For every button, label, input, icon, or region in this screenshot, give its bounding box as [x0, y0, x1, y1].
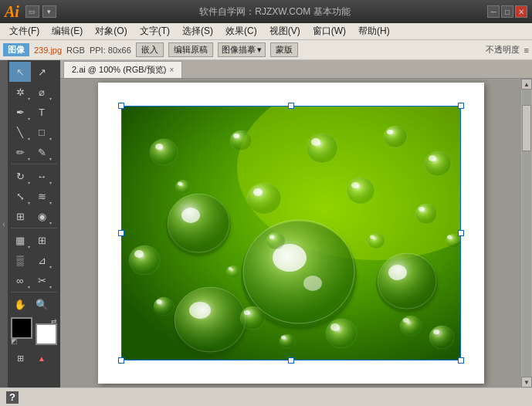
svg-point-29 [415, 204, 437, 224]
tool-free-transform-button[interactable]: ⊞ [9, 206, 31, 226]
svg-point-43 [368, 233, 385, 249]
menu-item-f[interactable]: 文件(F) [3, 23, 46, 39]
svg-point-48 [403, 318, 409, 323]
tool-warp-button[interactable]: ≋▾ [31, 186, 53, 206]
tool-sub-arrow: ▾ [28, 136, 30, 141]
svg-point-3 [243, 220, 354, 323]
tool-mirror-button[interactable]: ↔▾ [31, 166, 53, 186]
tool-rotate-button[interactable]: ↻▾ [9, 166, 31, 186]
tool-selection-button[interactable]: ↖ [9, 62, 31, 82]
tool-line-button[interactable]: ╲▾ [9, 122, 31, 142]
menu-item-e[interactable]: 编辑(E) [46, 23, 89, 39]
tool-eyedropper-button[interactable]: ⊿▾ [31, 250, 53, 270]
tool-scale-button[interactable]: ⤡▾ [9, 186, 31, 206]
ai-logo: Ai [5, 4, 19, 19]
tab-close-button[interactable]: × [169, 66, 174, 74]
tool-symbol-spray-button[interactable]: ◉▾ [31, 206, 53, 226]
tool-rect-button[interactable]: □▾ [31, 122, 53, 142]
trace-label: 图像描摹 [222, 44, 256, 56]
svg-point-26 [253, 188, 263, 196]
change-screen-button[interactable]: ▲ [31, 348, 53, 368]
svg-point-36 [330, 323, 340, 331]
sel-handle-ml[interactable] [118, 230, 124, 236]
help-icon: ? [6, 391, 19, 404]
menu-item-t[interactable]: 文字(T) [134, 23, 176, 39]
sel-handle-bl[interactable] [118, 357, 124, 364]
tool-row: ↻▾↔▾ [9, 166, 59, 186]
svg-point-25 [247, 183, 281, 214]
tool-type-button[interactable]: T [31, 102, 53, 122]
properties-bar: 图像 239.jpg RGB PPI: 80x66 嵌入 编辑原稿 图像描摹 ▾… [0, 40, 532, 60]
edit-original-button[interactable]: 编辑原稿 [168, 42, 213, 57]
sel-handle-tr[interactable] [458, 103, 464, 109]
tool-row: ✋🔍 [9, 294, 59, 314]
tab-label: 2.ai @ 100% (RGB/预览) [72, 64, 166, 76]
active-tab[interactable]: 2.ai @ 100% (RGB/预览) × [63, 61, 182, 78]
doc-icon[interactable]: ▭ [25, 5, 39, 18]
tool-blend-button[interactable]: ∞▾ [9, 270, 31, 290]
title-icons: ▭ ▾ [25, 5, 56, 18]
background-color[interactable] [36, 323, 57, 345]
reset-colors-icon[interactable]: ◩ [11, 337, 18, 345]
canvas-workspace[interactable] [60, 79, 521, 387]
menu-item-w[interactable]: 窗口(W) [307, 23, 352, 39]
svg-point-32 [134, 250, 144, 258]
prop-type-label: 图像 [3, 43, 29, 56]
menu-item-h[interactable]: 帮助(H) [352, 23, 396, 39]
tool-mesh-button[interactable]: ⊞ [31, 230, 53, 250]
svg-point-50 [281, 336, 286, 340]
embed-button[interactable]: 嵌入 [136, 42, 164, 57]
tool-pencil-button[interactable]: ✎▾ [31, 142, 53, 162]
opacity-label: 不透明度 [486, 44, 520, 56]
tool-direct-selection-button[interactable]: ↗ [31, 62, 53, 82]
menu-item-s[interactable]: 选择(S) [176, 23, 219, 39]
menu-item-o[interactable]: 对象(O) [89, 23, 133, 39]
close-button[interactable]: ✕ [515, 5, 527, 18]
sel-handle-tm[interactable] [288, 103, 294, 109]
tool-sub-arrow: ▾ [28, 244, 30, 249]
trace-arrow-icon: ▾ [257, 45, 262, 55]
sel-handle-tl[interactable] [118, 103, 124, 109]
window-controls: ─ □ ✕ [487, 5, 527, 18]
mask-button[interactable]: 蒙版 [270, 42, 298, 57]
tool-row: ⊞◉▾ [9, 206, 59, 226]
foreground-color[interactable] [11, 317, 32, 339]
tool-row: ▒⊿▾ [9, 250, 59, 270]
tool-scissors-button[interactable]: ✂▾ [31, 270, 53, 290]
tool-magic-wand-button[interactable]: ✲▾ [9, 82, 31, 102]
svg-point-46 [156, 299, 161, 304]
trace-dropdown[interactable]: 图像描摹 ▾ [218, 42, 266, 57]
tool-column-graph-button[interactable]: ▦▾ [9, 230, 31, 250]
minimize-button[interactable]: ─ [487, 5, 500, 18]
tool-divider [11, 228, 57, 228]
menu-item-v[interactable]: 视图(V) [263, 23, 307, 39]
screen-mode-button[interactable]: ⊞ [9, 348, 31, 368]
tool-zoom-button[interactable]: 🔍 [31, 294, 53, 314]
swap-colors-icon[interactable]: ⇄ [51, 317, 57, 325]
tool-paintbrush-button[interactable]: ✏▾ [9, 142, 31, 162]
tool-lasso-button[interactable]: ⌀▾ [31, 82, 53, 102]
sel-handle-br[interactable] [458, 357, 464, 364]
svg-point-17 [230, 130, 252, 151]
maximize-button[interactable]: □ [501, 5, 513, 18]
sel-handle-bm[interactable] [288, 357, 294, 364]
scroll-down-button[interactable]: ▼ [521, 377, 532, 387]
tool-gradient-button[interactable]: ▒ [9, 250, 31, 270]
color-selector[interactable]: ⇄ ◩ [11, 317, 57, 345]
svg-point-42 [269, 235, 274, 239]
tool-hand-button[interactable]: ✋ [9, 294, 31, 314]
scroll-track[interactable] [522, 90, 531, 377]
scroll-up-button[interactable]: ▲ [521, 79, 532, 90]
scroll-thumb[interactable] [522, 105, 531, 151]
tool-sub-arrow: ▾ [28, 284, 30, 289]
tool-row: ▦▾⊞ [9, 230, 59, 250]
arrange-icon[interactable]: ▾ [42, 5, 56, 18]
svg-point-51 [226, 266, 240, 278]
svg-point-18 [233, 134, 239, 138]
tool-pen-button[interactable]: ✒▾ [9, 102, 31, 122]
tool-sub-arrow: ▾ [49, 220, 52, 225]
menu-item-c[interactable]: 效果(C) [219, 23, 263, 39]
sel-handle-mr[interactable] [458, 230, 464, 236]
left-panel-collapse[interactable]: ‹ [0, 60, 8, 387]
tool-sub-arrow: ▾ [49, 200, 52, 205]
